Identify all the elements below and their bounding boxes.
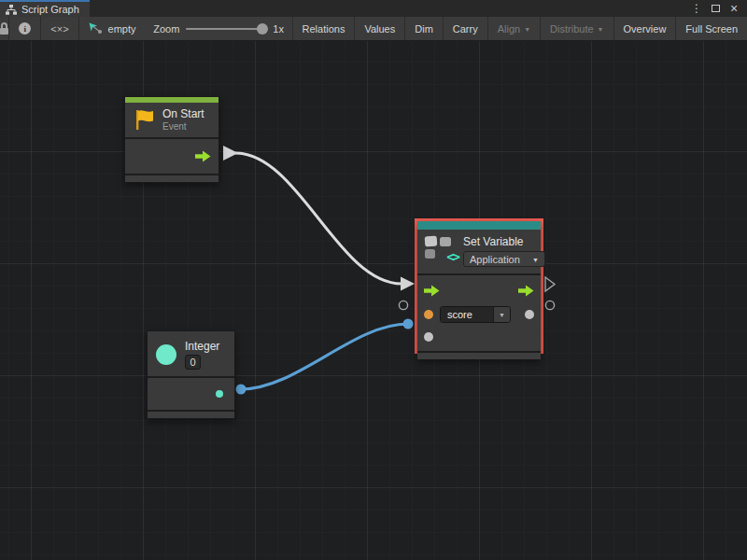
zoom-slider-handle[interactable] [257, 23, 268, 35]
flag-icon [134, 108, 156, 131]
relations-button[interactable]: Relations [293, 17, 356, 40]
menu-icon[interactable]: ⋮ [689, 1, 704, 16]
graph-hierarchy-icon [6, 5, 17, 15]
wire-layer [0, 41, 747, 560]
distribute-button[interactable]: Distribute ▼ [541, 17, 613, 40]
lock-icon [0, 22, 8, 35]
value-input-external-port[interactable] [399, 301, 407, 309]
values-button[interactable]: Values [355, 17, 405, 40]
flow-output-port[interactable] [195, 150, 211, 162]
chevron-down-icon: ▼ [499, 312, 505, 318]
title-bar: Script Graph ⋮ × [0, 0, 747, 17]
value-wire-endpoint [403, 319, 414, 329]
value-wire-endpoint [236, 385, 247, 395]
node-subtitle: Event [162, 121, 204, 132]
node-title: Integer [185, 340, 219, 353]
variable-name-field: score ▼ [440, 306, 511, 323]
graph-breadcrumb[interactable]: empty [79, 17, 146, 40]
maximize-icon[interactable] [708, 1, 723, 16]
code-brackets-icon: <×> [50, 23, 68, 35]
flow-input-port[interactable] [424, 285, 440, 297]
zoom-control: Zoom 1x [146, 17, 293, 40]
node-set-variable[interactable]: <> Set Variable Application ▼ [417, 221, 541, 359]
node-footer [417, 351, 541, 359]
value-wire[interactable] [241, 324, 408, 389]
variables-icon: <> [425, 235, 457, 261]
carry-button[interactable]: Carry [444, 17, 488, 40]
zoom-slider[interactable] [186, 28, 266, 30]
value-output-port[interactable] [525, 310, 534, 319]
node-on-start[interactable]: On Start Event [124, 96, 219, 183]
flow-wire-arrowhead-end [401, 277, 415, 291]
variable-name-dropdown-button[interactable]: ▼ [493, 307, 510, 322]
info-icon: i [19, 22, 31, 35]
window-controls: ⋮ × [689, 0, 747, 17]
flow-output-port[interactable] [518, 285, 534, 297]
dim-button[interactable]: Dim [405, 17, 444, 40]
tab-script-graph[interactable]: Script Graph [0, 0, 90, 17]
value-input-port[interactable] [424, 332, 433, 342]
integer-icon [156, 344, 176, 365]
fullscreen-button[interactable]: Full Screen [676, 17, 747, 40]
flow-wire-arrowhead-start [223, 146, 238, 161]
flow-output-external-port[interactable] [545, 277, 555, 291]
breadcrumb-label: empty [108, 23, 136, 35]
graph-canvas[interactable]: On Start Event <> [0, 41, 747, 560]
integer-value-field[interactable]: 0 [185, 355, 201, 370]
node-header-bar [417, 221, 541, 230]
align-button[interactable]: Align ▼ [488, 17, 541, 40]
chevron-down-icon: ▼ [524, 26, 530, 33]
node-title: Set Variable [463, 235, 545, 248]
node-integer[interactable]: Integer 0 [147, 330, 235, 419]
variable-scope-dropdown[interactable]: Application ▼ [463, 251, 545, 267]
selection-outline: <> Set Variable Application ▼ [415, 218, 543, 354]
node-title: On Start [162, 107, 204, 120]
chevron-down-icon: ▼ [532, 257, 539, 263]
graph-breadcrumb-icon [89, 22, 103, 35]
toolbar: i <×> empty Zoom 1x Relations Values Dim… [0, 17, 747, 41]
value-output-external-port[interactable] [545, 301, 554, 309]
overview-button[interactable]: Overview [614, 17, 677, 40]
lock-button[interactable] [0, 17, 9, 40]
node-footer [125, 174, 218, 182]
zoom-value: 1x [273, 23, 284, 35]
zoom-label: Zoom [153, 23, 179, 35]
chevron-down-icon: ▼ [598, 26, 604, 33]
info-button[interactable]: i [9, 17, 41, 40]
close-icon[interactable]: × [726, 1, 741, 16]
node-footer [148, 410, 234, 418]
tab-title: Script Graph [21, 4, 79, 15]
code-preview-button[interactable]: <×> [41, 17, 78, 40]
variable-name-value[interactable]: score [441, 307, 493, 322]
variable-name-input-port[interactable] [424, 310, 433, 319]
flow-wire[interactable] [235, 153, 402, 284]
integer-output-port[interactable] [216, 390, 223, 398]
